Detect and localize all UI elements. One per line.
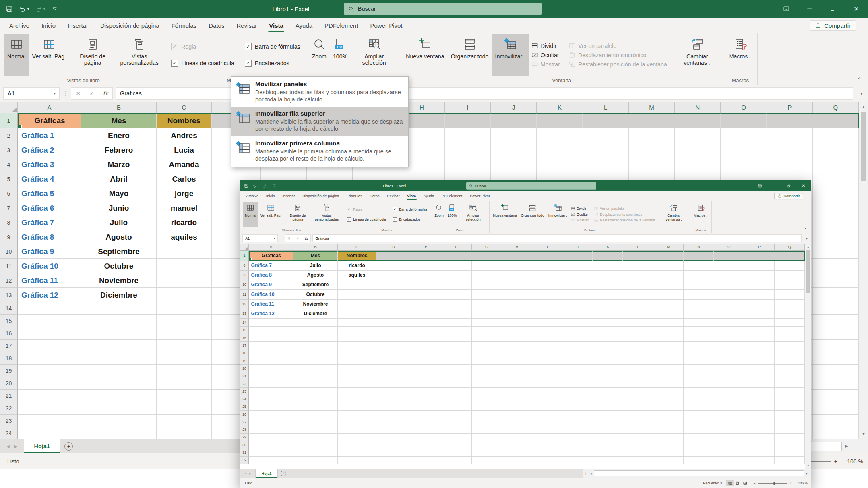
cell-I10[interactable] xyxy=(532,280,562,290)
cell-Q17[interactable] xyxy=(813,340,859,352)
row-header-2[interactable]: 2 xyxy=(0,128,18,143)
cell-D11[interactable] xyxy=(376,290,411,300)
zoom-out-button[interactable]: − xyxy=(753,481,755,485)
cell-P1[interactable] xyxy=(744,251,774,261)
cell-Q18[interactable] xyxy=(775,349,805,357)
cell-C15[interactable] xyxy=(338,327,376,334)
ribbon-button-cambiar-ventanas[interactable]: Cambiar ventanas⌄ xyxy=(674,34,721,76)
row-header-18[interactable]: 18 xyxy=(240,349,249,357)
row-header-1[interactable]: 1 xyxy=(0,113,18,128)
cell-P32[interactable] xyxy=(744,457,775,464)
cell-I28[interactable] xyxy=(532,426,562,434)
cell-P27[interactable] xyxy=(744,418,775,426)
cell-H13[interactable] xyxy=(502,309,532,319)
row-header-15[interactable]: 15 xyxy=(240,327,249,334)
col-header-I[interactable]: I xyxy=(445,102,491,113)
cell-B18[interactable] xyxy=(81,352,157,365)
cell-A12[interactable]: Gráfica 11 xyxy=(249,300,293,309)
save-button[interactable] xyxy=(6,5,13,12)
ribbon-button-ocultar[interactable]: Ocultar xyxy=(571,212,589,217)
cell-P16[interactable] xyxy=(744,334,775,342)
cell-E17[interactable] xyxy=(411,342,441,349)
cell-N24[interactable] xyxy=(684,395,714,403)
cell-K15[interactable] xyxy=(593,327,623,334)
cell-E15[interactable] xyxy=(411,327,441,334)
cell-N23[interactable] xyxy=(684,388,714,395)
cell-O11[interactable] xyxy=(714,290,744,300)
cell-N15[interactable] xyxy=(684,327,714,334)
cell-O19[interactable] xyxy=(714,357,744,365)
cell-F25[interactable] xyxy=(441,403,471,411)
undo-button[interactable]: ▾ xyxy=(252,184,258,188)
cell-K17[interactable] xyxy=(593,342,623,349)
cell-C24[interactable] xyxy=(157,427,212,439)
cell-A15[interactable] xyxy=(249,327,293,334)
cell-G26[interactable] xyxy=(472,411,502,418)
cell-Q5[interactable] xyxy=(813,172,859,186)
cell-L1[interactable] xyxy=(583,113,628,128)
cell-Q12[interactable] xyxy=(775,300,805,309)
cell-O25[interactable] xyxy=(714,403,744,411)
cell-I20[interactable] xyxy=(532,365,562,372)
ribbon-button-cambiar-ventanas[interactable]: Cambiar ventanas⌄ xyxy=(659,202,688,227)
cell-B17[interactable] xyxy=(81,340,157,352)
cell-I11[interactable] xyxy=(532,290,562,300)
zoom-slider-track[interactable] xyxy=(758,483,787,484)
row-header-26[interactable]: 26 xyxy=(240,411,249,418)
cell-J24[interactable] xyxy=(562,395,593,403)
select-all-corner[interactable] xyxy=(0,102,18,113)
cell-G11[interactable] xyxy=(472,290,502,300)
cell-D28[interactable] xyxy=(376,426,411,434)
cell-B26[interactable] xyxy=(293,411,338,418)
cell-Q7[interactable] xyxy=(813,201,859,215)
cell-B9[interactable]: Agosto xyxy=(293,271,338,280)
cell-E28[interactable] xyxy=(411,426,441,434)
col-header-M[interactable]: M xyxy=(629,102,675,113)
cell-E16[interactable] xyxy=(411,334,441,342)
cell-O24[interactable] xyxy=(714,395,744,403)
cell-D25[interactable] xyxy=(376,403,411,411)
cell-M19[interactable] xyxy=(653,357,684,365)
cell-B32[interactable] xyxy=(293,457,338,464)
cell-B20[interactable] xyxy=(81,377,157,390)
col-header-G[interactable]: G xyxy=(472,244,502,250)
cell-B1[interactable]: Mes xyxy=(293,251,338,261)
cell-B31[interactable] xyxy=(293,449,338,457)
cell-F20[interactable] xyxy=(441,365,471,372)
row-header-27[interactable]: 27 xyxy=(240,418,249,426)
cell-G17[interactable] xyxy=(472,342,502,349)
cell-B16[interactable] xyxy=(81,327,157,340)
ribbon-button-nueva-ventana[interactable]: Nueva ventana xyxy=(403,34,447,76)
cell-F21[interactable] xyxy=(441,372,471,380)
cell-N20[interactable] xyxy=(684,365,714,372)
cell-O20[interactable] xyxy=(714,365,744,372)
cell-D1[interactable] xyxy=(376,251,411,261)
cell-Q10[interactable] xyxy=(813,244,859,259)
cell-I17[interactable] xyxy=(532,342,562,349)
cell-C20[interactable] xyxy=(338,365,376,372)
cell-C1[interactable]: Nombres xyxy=(157,113,212,128)
ribbon-button-ver-salt-pag[interactable]: Ver salt. Pág. xyxy=(258,202,283,227)
cell-K20[interactable] xyxy=(593,365,623,372)
col-header-E[interactable]: E xyxy=(411,244,441,250)
cell-A13[interactable]: Gráfica 12 xyxy=(249,309,293,319)
cell-A20[interactable] xyxy=(249,365,293,372)
cell-C8[interactable]: ricardo xyxy=(338,261,376,271)
scrollbar-resize-handle[interactable]: ⋮ xyxy=(584,471,588,475)
ribbon-button-100[interactable]: 100100% xyxy=(330,34,351,76)
cell-E30[interactable] xyxy=(411,441,441,449)
cell-C11[interactable] xyxy=(157,259,212,273)
cell-I30[interactable] xyxy=(532,441,562,449)
cell-E29[interactable] xyxy=(411,434,441,441)
cell-J20[interactable] xyxy=(562,365,593,372)
row-header-29[interactable]: 29 xyxy=(240,434,249,441)
cell-P24[interactable] xyxy=(744,395,775,403)
row-header-17[interactable]: 17 xyxy=(240,342,249,349)
cell-Q19[interactable] xyxy=(813,365,859,377)
cell-F9[interactable] xyxy=(441,271,471,280)
cancel-entry-button[interactable]: ✕ xyxy=(285,236,293,240)
name-box[interactable]: A1▾ xyxy=(3,87,60,100)
cell-M15[interactable] xyxy=(653,327,684,334)
tab-revisar[interactable]: Revisar xyxy=(230,18,263,33)
cell-A15[interactable] xyxy=(18,315,81,327)
